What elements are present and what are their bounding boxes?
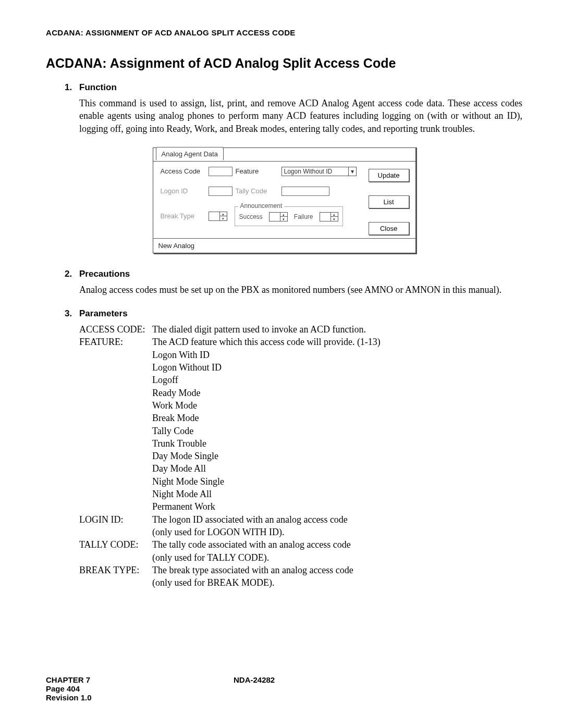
param-desc: The ACD feature which this access code w… <box>152 336 522 348</box>
label-tally-code: Tally Code <box>232 187 282 195</box>
function-body: This command is used to assign, list, pr… <box>46 97 522 135</box>
section-number: 3. <box>46 309 79 319</box>
chevron-up-icon: ▴ <box>280 213 287 217</box>
footer-docnum: NDA-24282 <box>234 675 522 684</box>
section-number: 1. <box>46 82 79 93</box>
param-name <box>79 425 152 437</box>
param-row: Logon With ID <box>79 349 522 361</box>
param-name <box>79 526 152 538</box>
chevron-down-icon: ▾ <box>331 217 338 221</box>
param-row: FEATURE:The ACD feature which this acces… <box>79 336 522 348</box>
param-row: Logoff <box>79 374 522 386</box>
param-row: Tally Code <box>79 425 522 437</box>
access-code-input[interactable] <box>209 167 232 176</box>
param-name <box>79 399 152 412</box>
param-row: Night Mode Single <box>79 475 522 488</box>
param-row: (only used for TALLY CODE). <box>79 551 522 564</box>
param-name <box>79 475 152 488</box>
param-desc: (only used for TALLY CODE). <box>152 551 522 564</box>
param-desc: Trunk Trouble <box>152 437 522 450</box>
tab-analog-agent-data[interactable]: Analog Agent Data <box>156 147 224 160</box>
param-name <box>79 500 152 513</box>
section-number: 2. <box>46 269 79 279</box>
param-desc: Ready Mode <box>152 387 522 399</box>
param-name: BREAK TYPE: <box>79 564 152 576</box>
param-name <box>79 576 152 589</box>
label-feature: Feature <box>232 167 282 175</box>
param-row: Night Mode All <box>79 488 522 500</box>
footer-revision: Revision 1.0 <box>46 693 234 702</box>
param-name <box>79 361 152 374</box>
param-row: Break Mode <box>79 412 522 424</box>
param-name: LOGIN ID: <box>79 513 152 526</box>
parameter-list: ACCESS CODE:The dialed digit pattern use… <box>46 323 522 589</box>
param-row: Logon Without ID <box>79 361 522 374</box>
param-name <box>79 450 152 462</box>
feature-combo[interactable]: Logon Without ID ▾ <box>282 167 357 176</box>
param-name <box>79 437 152 450</box>
param-name <box>79 387 152 399</box>
param-desc: Day Mode Single <box>152 450 522 462</box>
param-desc: (only used for BREAK MODE). <box>152 576 522 589</box>
logon-id-input[interactable] <box>209 187 232 196</box>
footer-chapter: CHAPTER 7 <box>46 675 234 684</box>
chevron-up-icon: ▴ <box>331 213 338 217</box>
param-row: ACCESS CODE:The dialed digit pattern use… <box>79 323 522 336</box>
section-title: Function <box>79 82 117 93</box>
param-row: Work Mode <box>79 399 522 412</box>
break-type-stepper[interactable]: ▴▾ <box>209 212 227 221</box>
param-name <box>79 412 152 424</box>
param-row: Trunk Trouble <box>79 437 522 450</box>
chevron-up-icon: ▴ <box>220 212 227 217</box>
param-row: (only used for LOGON WITH ID). <box>79 526 522 538</box>
param-row: Ready Mode <box>79 387 522 399</box>
section-heading-precautions: 2. Precautions <box>46 269 522 279</box>
param-name <box>79 349 152 361</box>
precautions-body: Analog access codes must be set up on th… <box>46 283 522 296</box>
param-desc: The tally code associated with an analog… <box>152 538 522 551</box>
label-success: Success <box>239 213 263 220</box>
list-button[interactable]: List <box>369 195 409 208</box>
param-desc: (only used for LOGON WITH ID). <box>152 526 522 538</box>
status-bar: New Analog <box>153 238 415 253</box>
label-break-type: Break Type <box>161 212 209 220</box>
section-heading-function: 1. Function <box>46 82 522 93</box>
param-desc: The dialed digit pattern used to invoke … <box>152 323 522 336</box>
param-name <box>79 488 152 500</box>
update-button[interactable]: Update <box>369 169 409 182</box>
param-row: LOGIN ID:The logon ID associated with an… <box>79 513 522 526</box>
param-row: BREAK TYPE:The break type associated wit… <box>79 564 522 576</box>
param-desc: Break Mode <box>152 412 522 424</box>
analog-agent-dialog: Analog Agent Data Access Code Feature Lo… <box>153 147 416 253</box>
label-announcement: Announcement <box>238 202 285 209</box>
feature-combo-value: Logon Without ID <box>284 168 333 175</box>
announcement-group: Announcement Success ▴▾ Failure ▴▾ <box>235 206 343 226</box>
param-row: Day Mode All <box>79 462 522 475</box>
chevron-down-icon: ▾ <box>220 216 227 220</box>
param-name <box>79 462 152 475</box>
section-heading-parameters: 3. Parameters <box>46 309 522 319</box>
success-stepper[interactable]: ▴▾ <box>269 212 288 221</box>
param-name <box>79 551 152 564</box>
footer-page: Page 404 <box>46 684 234 693</box>
tally-code-input[interactable] <box>282 187 329 196</box>
close-button[interactable]: Close <box>369 222 409 235</box>
failure-stepper[interactable]: ▴▾ <box>320 212 338 221</box>
section-title: Parameters <box>79 309 128 319</box>
param-name: ACCESS CODE: <box>79 323 152 336</box>
label-logon-id: Logon ID <box>161 187 209 195</box>
param-desc: The break type associated with an analog… <box>152 564 522 576</box>
param-desc: Night Mode Single <box>152 475 522 488</box>
param-desc: Day Mode All <box>152 462 522 475</box>
page-header: ACDANA: ASSIGNMENT OF ACD ANALOG SPLIT A… <box>46 28 522 37</box>
param-desc: Logon With ID <box>152 349 522 361</box>
param-row: TALLY CODE:The tally code associated wit… <box>79 538 522 551</box>
section-title: Precautions <box>79 269 130 279</box>
param-desc: Work Mode <box>152 399 522 412</box>
param-desc: The logon ID associated with an analog a… <box>152 513 522 526</box>
param-desc: Logoff <box>152 374 522 386</box>
label-access-code: Access Code <box>161 167 209 175</box>
chevron-down-icon: ▾ <box>280 217 287 221</box>
label-failure: Failure <box>294 213 313 220</box>
param-desc: Tally Code <box>152 425 522 437</box>
